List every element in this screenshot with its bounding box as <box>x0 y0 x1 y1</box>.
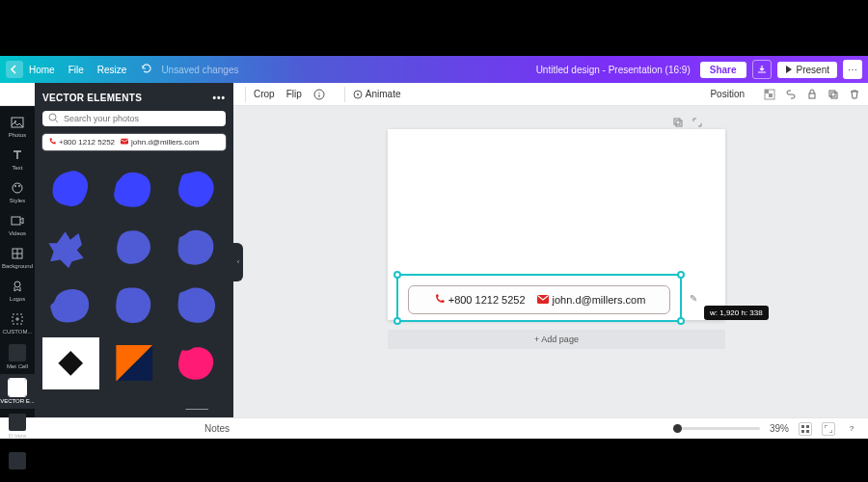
svg-rect-3 <box>765 90 769 94</box>
search-icon <box>48 113 59 123</box>
rail-label: Videos <box>9 230 26 236</box>
rail-thumb-0[interactable]: Met Cell <box>0 339 35 374</box>
design-title[interactable]: Untitled design - Presentation (16:9) <box>536 65 691 75</box>
rail-background[interactable]: Background <box>0 241 35 274</box>
element-blob[interactable] <box>42 280 99 332</box>
element-triangle[interactable] <box>105 337 162 389</box>
add-page-button[interactable]: + Add page <box>388 330 725 349</box>
svg-rect-25 <box>676 120 682 126</box>
logo-icon <box>11 280 24 293</box>
delete-button[interactable] <box>847 87 862 102</box>
rail-label: Background <box>2 263 33 269</box>
download-button[interactable] <box>752 60 772 79</box>
share-button[interactable]: Share <box>700 62 746 78</box>
app-header: Home File Resize Unsaved changes Untitle… <box>0 56 868 83</box>
undo-icon <box>140 63 151 74</box>
rail-label: Logos <box>10 296 25 302</box>
element-blob-pink[interactable] <box>169 337 226 389</box>
selection-box[interactable]: +800 1212 5252 john.d@millers.com ✎ <box>396 274 682 322</box>
svg-point-16 <box>14 281 20 287</box>
element-trapezoid[interactable] <box>105 395 162 410</box>
svg-rect-29 <box>801 430 804 433</box>
more-button[interactable]: ⋯ <box>843 60 862 79</box>
rotate-handle[interactable]: ✎ <box>690 293 697 304</box>
element-blob[interactable] <box>169 280 226 332</box>
animate-button[interactable]: Animate <box>353 89 401 99</box>
svg-point-11 <box>13 183 22 193</box>
element-pill[interactable] <box>42 395 99 410</box>
notes-button[interactable]: Notes <box>204 423 230 434</box>
flip-button[interactable]: Flip <box>286 89 302 99</box>
stage-expand-button[interactable] <box>691 116 704 129</box>
contact-phone: +800 1212 5252 <box>448 294 526 306</box>
grid-view-button[interactable] <box>799 422 812 436</box>
panel-preview-card[interactable]: +800 1212 5252 john.d@millers.com <box>42 134 226 150</box>
menu-file[interactable]: File <box>68 65 84 75</box>
canvas-area[interactable]: +800 1212 5252 john.d@millers.com ✎ w: 1… <box>233 106 868 417</box>
chevron-left-icon <box>10 65 19 74</box>
rail-label: Photos <box>9 132 27 138</box>
rail-thumb-1[interactable]: VECTOR E... <box>0 374 35 409</box>
svg-point-18 <box>49 114 56 120</box>
zoom-slider[interactable] <box>673 427 760 430</box>
footer-bar: Notes 39% ? <box>0 417 868 439</box>
unsaved-status: Unsaved changes <box>161 65 238 75</box>
rail-label: Styles <box>10 198 25 203</box>
transparency-icon <box>764 89 775 100</box>
element-blob[interactable] <box>42 222 99 274</box>
design-page[interactable]: +800 1212 5252 john.d@millers.com ✎ w: 1… <box>388 129 725 320</box>
undo-button[interactable] <box>140 63 151 76</box>
download-icon <box>757 65 767 74</box>
search-input-wrap[interactable] <box>42 111 226 126</box>
rail-thumb-3[interactable] <box>0 447 35 474</box>
expand-icon <box>825 425 832 433</box>
rail-logos[interactable]: Logos <box>0 274 35 307</box>
rail-styles[interactable]: Styles <box>0 175 35 208</box>
back-button[interactable] <box>6 61 23 78</box>
rail-custom[interactable]: CUSTOM... <box>0 307 35 339</box>
element-blob[interactable] <box>169 222 226 274</box>
grid-icon <box>801 425 809 433</box>
element-diamond[interactable] <box>42 337 99 389</box>
collapse-panel-button[interactable]: ‹ <box>233 243 243 281</box>
info-button[interactable] <box>313 89 325 100</box>
rail-thumb-2[interactable]: D.Vera <box>0 409 35 443</box>
panel-title: VECTOR ELEMENTS <box>42 93 142 103</box>
rail-photos[interactable]: Photos <box>0 110 35 143</box>
position-button[interactable]: Position <box>710 89 745 99</box>
crop-button[interactable]: Crop <box>254 89 275 99</box>
contact-card[interactable]: +800 1212 5252 john.d@millers.com <box>408 285 670 314</box>
svg-rect-6 <box>809 94 815 98</box>
contact-email: john.d@millers.com <box>553 294 646 306</box>
svg-rect-4 <box>769 94 773 97</box>
panel-more-button[interactable]: ••• <box>212 93 226 103</box>
lock-button[interactable] <box>804 87 820 102</box>
present-button[interactable]: Present <box>777 62 837 78</box>
search-input[interactable] <box>64 114 220 123</box>
rail-label: CUSTOM... <box>3 329 33 335</box>
app-root: Home File Resize Unsaved changes Untitle… <box>0 56 868 439</box>
svg-rect-27 <box>801 425 804 428</box>
element-blob[interactable] <box>105 280 162 332</box>
image-icon <box>11 116 24 129</box>
element-blob[interactable] <box>105 222 162 274</box>
rail-videos[interactable]: Videos <box>0 208 35 241</box>
element-blob[interactable] <box>169 164 226 216</box>
element-hexagon[interactable] <box>169 395 226 410</box>
svg-point-13 <box>18 185 20 187</box>
link-button[interactable] <box>783 87 799 102</box>
element-blob[interactable] <box>42 164 99 216</box>
info-icon <box>313 89 325 100</box>
stage-copy-button[interactable] <box>671 116 685 129</box>
svg-rect-8 <box>831 93 837 98</box>
element-blob[interactable] <box>105 164 162 216</box>
fullscreen-button[interactable] <box>822 422 835 436</box>
menu-resize[interactable]: Resize <box>97 65 127 75</box>
transparency-button[interactable] <box>762 87 777 102</box>
svg-rect-7 <box>829 91 835 96</box>
video-icon <box>11 214 24 228</box>
rail-text[interactable]: Text <box>0 143 35 175</box>
menu-home[interactable]: Home <box>29 65 55 75</box>
help-button[interactable]: ? <box>845 422 858 436</box>
duplicate-button[interactable] <box>826 87 841 102</box>
